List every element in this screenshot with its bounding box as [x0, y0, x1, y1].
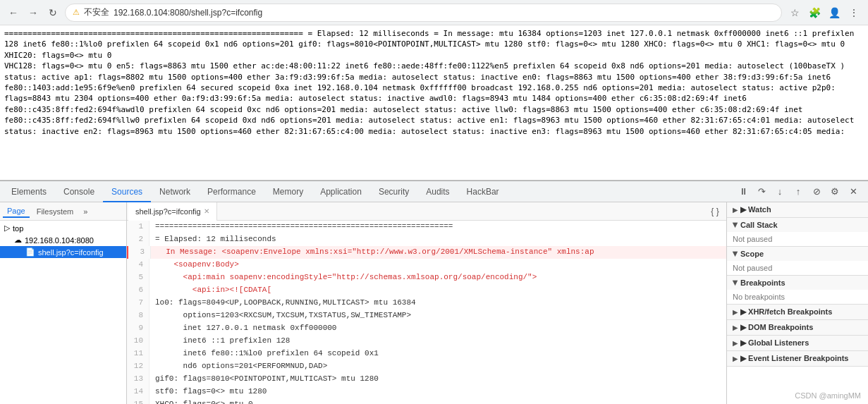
- line-number: 1: [127, 221, 149, 233]
- event-section: ▶ ▶ Event Listener Breakpoints: [727, 351, 868, 367]
- breakpoints-arrow: ▶: [732, 281, 739, 286]
- watch-header[interactable]: ▶ ▶ Watch: [727, 202, 868, 217]
- page-output-line: VHC128: flags=0<> mtu 0 en5: flags=8863 …: [4, 61, 864, 71]
- address-url: 192.168.0.104:8080/shell.jsp?c=ifconfig: [114, 8, 262, 18]
- scope-header[interactable]: ▶ Scope: [727, 247, 868, 261]
- devtools-tab-security[interactable]: Security: [370, 181, 417, 202]
- tree-item[interactable]: ☁192.168.0.104:8080: [0, 234, 126, 246]
- tab-filesystem[interactable]: Filesystem: [32, 206, 78, 217]
- line-content: XHCO: flags=0<> mtu 0: [149, 398, 253, 404]
- line-content: nd6 options=201<PERFORMNUD,DAD>: [149, 360, 327, 373]
- global-header[interactable]: ▶ ▶ Global Listeners: [727, 336, 868, 350]
- xhr-arrow: ▶: [733, 309, 738, 316]
- line-number: 13: [127, 373, 149, 386]
- devtools-panel: ElementsConsoleSourcesNetworkPerformance…: [0, 180, 868, 404]
- line-content: options=1203<RXCSUM,TXCSUM,TXSTATUS,SW_T…: [149, 310, 411, 322]
- format-button[interactable]: { }: [708, 204, 722, 219]
- tree-label: shell.jsp?c=ifconfig: [38, 248, 104, 257]
- tree-icon: 📄: [25, 247, 35, 257]
- scope-status: Not paused: [733, 264, 772, 272]
- event-arrow: ▶: [733, 355, 738, 362]
- line-content: = Elapsed: 12 milliseconds: [149, 233, 276, 246]
- devtools-tab-memory[interactable]: Memory: [264, 181, 312, 202]
- source-tab-active[interactable]: shell.jsp?c=ifconfig ✕: [128, 202, 217, 221]
- devtools-tab-console[interactable]: Console: [55, 181, 103, 202]
- step-into-button[interactable]: ↓: [772, 184, 788, 200]
- forward-button[interactable]: →: [25, 5, 41, 20]
- address-bar[interactable]: ⚠ 不安全 192.168.0.104:8080/shell.jsp?c=ifc…: [65, 4, 782, 22]
- devtools-tab-sources[interactable]: Sources: [103, 181, 151, 202]
- pause-button[interactable]: ⏸: [735, 184, 751, 200]
- tab-page[interactable]: Page: [3, 205, 30, 218]
- tree-item[interactable]: ▷top: [0, 222, 126, 234]
- devtools-tab-performance[interactable]: Performance: [199, 181, 264, 202]
- tree-label: top: [13, 224, 23, 233]
- deactivate-button[interactable]: ⊘: [809, 184, 824, 200]
- extension-icon[interactable]: 🧩: [806, 4, 823, 21]
- more-tabs-button[interactable]: »: [80, 206, 90, 217]
- code-area[interactable]: 1=======================================…: [127, 221, 726, 404]
- global-label: ▶ Global Listeners: [740, 338, 809, 348]
- line-content: <soapenv:Body>: [149, 259, 239, 271]
- page-output-line: fe80::c435:8ff:fed2:694f%awdl0 prefixlen…: [4, 104, 864, 115]
- refresh-button[interactable]: ↻: [45, 5, 61, 20]
- line-content: <api:main soapenv:encodingStyle="http://…: [149, 271, 537, 284]
- left-panel-tabs: Page Filesystem »: [0, 202, 126, 221]
- callstack-header[interactable]: ▶ Call Stack: [727, 218, 868, 232]
- step-out-button[interactable]: ↑: [790, 184, 806, 200]
- xhr-section: ▶ ▶ XHR/fetch Breakpoints: [727, 305, 868, 320]
- dom-section: ▶ ▶ DOM Breakpoints: [727, 320, 868, 336]
- line-content: inet6 fe80::1%lo0 prefixlen 64 scopeid 0…: [149, 348, 379, 360]
- code-line: 13gif0: flags=8010<POINTOPOINT,MULTICAST…: [127, 373, 726, 386]
- breakpoints-status: No breakpoints: [733, 293, 785, 301]
- breakpoints-body: No breakpoints: [727, 290, 868, 304]
- code-line: 9 inet 127.0.0.1 netmask 0xff000000: [127, 322, 726, 335]
- profile-icon[interactable]: 👤: [826, 4, 843, 21]
- watch-section: ▶ ▶ Watch: [727, 202, 868, 218]
- bookmark-icon[interactable]: ☆: [786, 4, 803, 21]
- code-line: 14stf0: flags=0<> mtu 1280: [127, 386, 726, 398]
- page-output-line: flags=8843 mtu 2304 options=400 ether 0a…: [4, 93, 864, 104]
- devtools-tab-network[interactable]: Network: [151, 181, 199, 202]
- step-over-button[interactable]: ↷: [754, 184, 769, 200]
- dom-header[interactable]: ▶ ▶ DOM Breakpoints: [727, 320, 868, 335]
- tree-icon: ▷: [4, 224, 10, 233]
- devtools-tab-elements[interactable]: Elements: [3, 181, 55, 202]
- code-line: 10 inet6 ::1 prefixlen 128: [127, 335, 726, 348]
- page-output-line: fe80::1403:add:1e95:6f9e%en0 prefixlen 6…: [4, 82, 864, 93]
- code-line: 11 inet6 fe80::1%lo0 prefixlen 64 scopei…: [127, 348, 726, 360]
- devtools-tab-hackbar[interactable]: HackBar: [458, 181, 508, 202]
- source-tab-close[interactable]: ✕: [204, 207, 209, 215]
- devtools-tab-application[interactable]: Application: [312, 181, 370, 202]
- page-output-line: fe80::c435:8ff:fed2:694f%llw0 prefixlen …: [4, 115, 864, 126]
- line-number: 7: [127, 297, 149, 310]
- file-tree: ▷top☁192.168.0.104:8080📄shell.jsp?c=ifco…: [0, 221, 126, 404]
- breakpoints-label: Breakpoints: [740, 278, 786, 287]
- source-tab-bar: shell.jsp?c=ifconfig ✕ { }: [127, 202, 726, 221]
- xhr-header[interactable]: ▶ ▶ XHR/fetch Breakpoints: [727, 305, 868, 319]
- line-number: 3: [128, 246, 151, 259]
- code-line: 2= Elapsed: 12 milliseconds: [127, 233, 726, 246]
- line-number: 5: [127, 271, 149, 284]
- callstack-body: Not paused: [727, 232, 868, 246]
- watermark: CSDN @amingMM: [795, 391, 861, 400]
- browser-toolbar: ← → ↻ ⚠ 不安全 192.168.0.104:8080/shell.jsp…: [0, 0, 868, 25]
- devtools-body: Page Filesystem » ▷top☁192.168.0.104:808…: [0, 202, 868, 404]
- devtools-tab-audits[interactable]: Audits: [417, 181, 458, 202]
- line-number: 9: [127, 322, 149, 335]
- code-line: 7lo0: flags=8049<UP,LOOPBACK,RUNNING,MUL…: [127, 297, 726, 310]
- event-header[interactable]: ▶ ▶ Event Listener Breakpoints: [727, 351, 868, 366]
- global-arrow: ▶: [733, 340, 738, 347]
- menu-icon[interactable]: ⋮: [845, 4, 862, 21]
- line-content: ========================================…: [149, 221, 453, 233]
- breakpoints-header[interactable]: ▶ Breakpoints: [727, 276, 868, 290]
- settings-button[interactable]: ⚙: [827, 184, 843, 200]
- tree-item[interactable]: 📄shell.jsp?c=ifconfig: [0, 246, 126, 258]
- page-output-line: 128 inet6 fe80::1%lo0 prefixlen 64 scope…: [4, 39, 864, 61]
- line-number: 11: [127, 348, 149, 360]
- dom-arrow: ▶: [733, 324, 738, 331]
- source-tab-label: shell.jsp?c=ifconfig: [135, 207, 201, 216]
- code-line: 4 <soapenv:Body>: [127, 259, 726, 271]
- back-button[interactable]: ←: [6, 5, 21, 20]
- close-devtools-button[interactable]: ✕: [845, 184, 861, 200]
